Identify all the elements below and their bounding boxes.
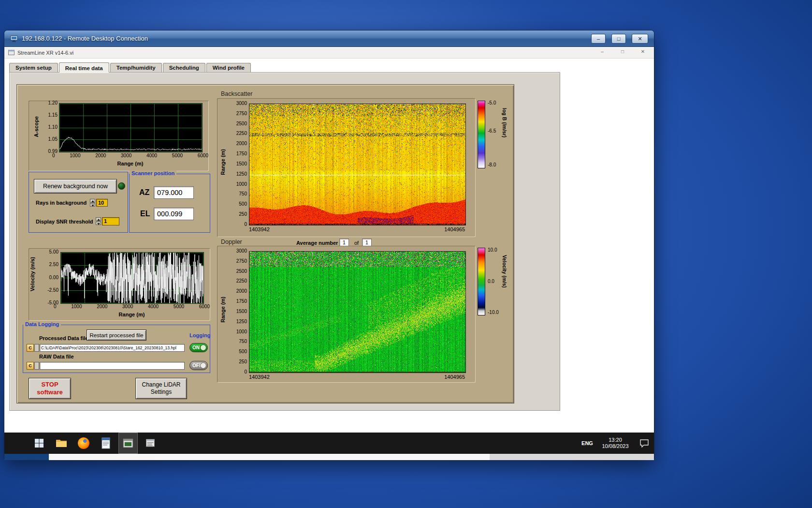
y-tick-label: 3000 (229, 101, 247, 106)
chat-bubble-icon (639, 439, 649, 448)
rays-in-background-label: Rays in background (36, 200, 87, 206)
tab-strip: System setup Real time data Temp/humidit… (9, 62, 252, 72)
processed-logging-toggle[interactable]: ON (189, 343, 208, 352)
raw-logging-toggle[interactable]: OFF (189, 361, 208, 370)
tab-wind-profile[interactable]: Wind profile (206, 63, 251, 72)
remote-taskbar: ENG 13:20 10/08/2023 (4, 433, 654, 454)
screen-edge-gray (490, 454, 654, 460)
y-tick-label: 1.15 (41, 112, 58, 118)
average-number-total[interactable]: 1 (362, 239, 372, 246)
processed-path-browse-icon[interactable] (34, 344, 39, 352)
document-app-button[interactable] (96, 433, 116, 454)
raw-path-browse-icon[interactable] (34, 362, 39, 370)
backscatter-colorbar (478, 101, 485, 168)
tab-scheduling[interactable]: Scheduling (163, 63, 205, 72)
firefox-icon (78, 437, 89, 449)
taskbar-clock[interactable]: 13:20 10/08/2023 (596, 437, 635, 449)
x-tick-label: 3000 (122, 304, 133, 309)
tab-real-time-data[interactable]: Real time data (59, 62, 109, 73)
doppler-colorbar-tick: -10.0 (488, 310, 506, 315)
rdp-window-title: 192.168.0.122 - Remote Desktop Connectio… (22, 35, 148, 42)
velocity-chart: Velocity (m/s) 5.002.500.00-2.50-5.00 01… (29, 248, 210, 321)
processed-path-field[interactable]: C:\LiDAR\Data\Proc\2023\202308\20230810\… (40, 344, 185, 352)
toggle-knob (200, 362, 206, 369)
app-minimize-button[interactable]: – (599, 49, 606, 54)
backscatter-chart: Range (m) 300027502500225020001750150012… (217, 98, 476, 237)
change-lidar-settings-button[interactable]: Change LiDAR Settings (135, 378, 187, 399)
average-number-label: Average number (296, 240, 338, 246)
y-tick-label: 2250 (229, 278, 247, 284)
backscatter-heatmap (249, 104, 466, 225)
app-window-title: StreamLine XR v14-6.vi (17, 50, 73, 56)
az-value-field[interactable]: 079.000 (154, 186, 194, 199)
data-logging-title: Data Logging (23, 321, 61, 327)
close-button[interactable]: ✕ (632, 34, 648, 44)
snr-spinner (96, 217, 101, 225)
raw-path-field[interactable] (40, 362, 185, 370)
document-app-icon (101, 437, 111, 449)
toggle-knob (200, 344, 206, 351)
language-indicator[interactable]: ENG (579, 440, 596, 446)
y-tick-label: 0 (229, 369, 247, 375)
rdp-window-controls: – □ ✕ (591, 34, 648, 44)
snr-increment-button[interactable] (96, 217, 101, 221)
snr-decrement-button[interactable] (96, 222, 101, 225)
y-tick-label: 2750 (229, 111, 247, 117)
scan-scheduler-button[interactable] (141, 433, 160, 454)
streamline-app-button[interactable] (118, 433, 138, 454)
raw-drive-button[interactable]: C (27, 362, 34, 370)
minimize-button[interactable]: – (591, 34, 606, 44)
doppler-heatmap (249, 251, 466, 373)
of-label: of (354, 240, 359, 246)
logging-label: Logging (189, 332, 210, 338)
rdp-titlebar[interactable]: 192.168.0.122 - Remote Desktop Connectio… (4, 30, 654, 47)
y-tick-label: 2000 (229, 141, 247, 147)
app-close-button[interactable]: ✕ (639, 49, 646, 54)
taskbar-tray: ENG 13:20 10/08/2023 (579, 433, 654, 454)
background-controls-group: Renew background now Rays in background … (29, 172, 128, 233)
stop-software-button[interactable]: STOP software (29, 378, 71, 399)
host-desktop: 192.168.0.122 - Remote Desktop Connectio… (0, 0, 812, 508)
file-explorer-button[interactable] (52, 433, 71, 454)
y-tick-label: 3000 (229, 248, 247, 254)
backscatter-colorbar-tick: -8.0 (488, 162, 506, 167)
x-tick-label: 2000 (95, 153, 106, 158)
notification-button[interactable] (635, 439, 654, 448)
renew-background-button[interactable]: Renew background now (34, 179, 117, 194)
snr-threshold-value[interactable]: 1 (102, 217, 119, 225)
tab-system-setup[interactable]: System setup (9, 63, 58, 72)
processed-toggle-label: ON (190, 345, 200, 350)
tab-temp-humidity[interactable]: Temp/humidity (110, 63, 162, 72)
y-tick-label: 1500 (229, 309, 247, 314)
screen-edge-highlight (49, 454, 490, 460)
app-titlebar[interactable]: StreamLine XR v14-6.vi – □ ✕ (4, 47, 654, 59)
change-line1: Change LiDAR (142, 381, 180, 388)
processed-drive-button[interactable]: C (27, 344, 34, 352)
restart-processed-file-button[interactable]: Restart processed file (87, 329, 146, 341)
ascope-x-ticks: 0100020003000400050006000 (52, 153, 208, 158)
app-maximize-button[interactable]: □ (619, 49, 626, 54)
ascope-x-axis-label: Range (m) (59, 161, 202, 166)
el-label: EL (140, 209, 150, 218)
ascope-y-ticks: 1.201.151.101.050.99 (41, 100, 58, 154)
y-tick-label: 1750 (229, 299, 247, 304)
rays-increment-button[interactable] (90, 199, 95, 203)
y-tick-label: 2000 (229, 288, 247, 294)
y-tick-label: 2250 (229, 131, 247, 136)
rays-decrement-button[interactable] (90, 203, 95, 207)
rays-in-background-value[interactable]: 10 (96, 199, 108, 207)
x-tick-label: 0 (52, 153, 55, 158)
remote-desktop-icon (10, 35, 18, 42)
start-button[interactable] (29, 433, 49, 454)
backscatter-colorbar-tick: -5.0 (488, 100, 506, 105)
y-tick-label: 1.10 (41, 124, 58, 130)
el-value-field[interactable]: 000.099 (154, 208, 194, 220)
clock-date: 10/08/2023 (596, 443, 635, 449)
backscatter-colorbar-label: log B (/m/sr) (502, 108, 508, 137)
maximize-button[interactable]: □ (611, 34, 626, 44)
processed-data-file-label: Processed Data file (39, 335, 88, 341)
x-tick-label: 4000 (148, 304, 159, 309)
doppler-colorbar-label: Velocity (m/s) (502, 255, 508, 288)
average-number-value[interactable]: 1 (339, 239, 349, 246)
firefox-button[interactable] (74, 433, 93, 454)
